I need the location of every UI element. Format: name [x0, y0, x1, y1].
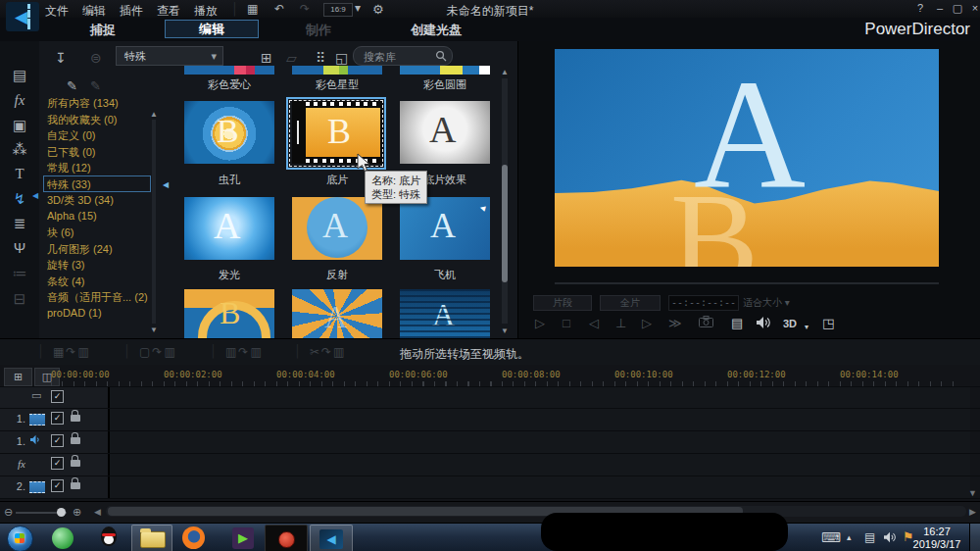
save-icon[interactable]: ▦	[247, 2, 258, 16]
copy-icon[interactable]: ▱	[286, 50, 297, 66]
ime-keyboard-icon[interactable]: ⌨	[821, 529, 841, 545]
play-button[interactable]: ▷	[535, 316, 545, 331]
pen-disabled-icon[interactable]: ✎	[90, 78, 101, 93]
title-room-icon[interactable]: T	[0, 166, 39, 182]
import-media-icon[interactable]: ↧	[55, 50, 67, 66]
display-size-icon[interactable]: ◱	[335, 50, 348, 66]
transition-thumb-color-heart[interactable]	[184, 66, 274, 75]
show-desktop-button[interactable]	[969, 524, 980, 551]
category-block[interactable]: 块 (6)	[47, 225, 149, 240]
category-scrollbar[interactable]	[152, 120, 156, 324]
gear-icon[interactable]: ⚙	[372, 2, 384, 17]
category-custom[interactable]: 自定义 (0)	[47, 128, 149, 143]
grid-scrollbar[interactable]	[502, 78, 508, 324]
previous-frame-button[interactable]: ◁	[589, 316, 599, 331]
subtitle-room-icon[interactable]: ⊟	[0, 290, 39, 308]
action-center-icon[interactable]: ▤	[864, 530, 875, 544]
video-track-1-checkbox[interactable]: ✓	[51, 412, 64, 425]
powerdirector-taskbar-button[interactable]: ◀	[310, 525, 353, 551]
grid-scrollbar-thumb[interactable]	[502, 165, 508, 282]
transition-thumb-negative-effect[interactable]: A	[400, 101, 490, 164]
transition-thumb-wormhole[interactable]: B	[184, 101, 274, 164]
stop-button[interactable]: □	[563, 316, 570, 331]
pip-room-icon[interactable]: ▣	[0, 117, 39, 134]
video-track-1-lock-icon[interactable]	[71, 415, 80, 422]
aspect-ratio-button[interactable]: 16:9	[323, 3, 353, 17]
category-all[interactable]: 所有内容 (134)	[47, 96, 149, 111]
transition-thumb-color-star[interactable]	[292, 66, 382, 75]
firefox-icon[interactable]	[182, 526, 205, 549]
clip-mode-button[interactable]: 片段	[533, 295, 592, 311]
timeline-scroll-down-icon[interactable]: ▼	[968, 488, 977, 498]
movie-mode-button[interactable]: 全片	[600, 295, 661, 311]
category-favorites[interactable]: 我的收藏夹 (0)	[47, 113, 149, 127]
zoom-out-icon[interactable]: ⊖	[4, 506, 13, 519]
monitor-track-checkbox[interactable]: ✓	[51, 390, 64, 403]
redo-icon[interactable]: ↷	[300, 2, 310, 16]
snapshot-camera-icon[interactable]	[699, 316, 713, 327]
preview-seek-bar[interactable]	[555, 282, 939, 284]
transition-thumb-reflection[interactable]: A	[292, 197, 382, 260]
category-scroll-up-icon[interactable]: ▲	[150, 110, 158, 119]
scroll-left-icon[interactable]: ◀	[94, 507, 101, 517]
video-track-2-lock-icon[interactable]	[71, 482, 80, 489]
category-stripe[interactable]: 条纹 (4)	[47, 275, 149, 289]
transition-thumb-airplane[interactable]: A ◄	[400, 197, 490, 260]
next-frame-button[interactable]: ▷	[642, 316, 652, 331]
category-filter-dropdown[interactable]: 特殊 ▾	[116, 46, 223, 66]
transition-thumb-color-circle[interactable]	[400, 66, 490, 75]
file-explorer-button[interactable]	[131, 525, 172, 551]
3d-caret-icon[interactable]: ▾	[805, 320, 808, 335]
category-downloaded[interactable]: 已下载 (0)	[47, 145, 149, 160]
close-button[interactable]: ×	[968, 2, 980, 14]
apply-transition-button-3[interactable]: ▥↷▥	[225, 345, 264, 359]
help-button[interactable]: ?	[913, 2, 927, 14]
video-track-2-checkbox[interactable]: ✓	[51, 479, 64, 492]
speaker-icon[interactable]	[756, 316, 771, 329]
restore-button[interactable]: ▢	[951, 2, 964, 15]
new-folder-icon[interactable]: ⊞	[261, 50, 272, 66]
fast-forward-button[interactable]: ≫	[668, 316, 682, 331]
fit-size-dropdown[interactable]: 适合大小 ▾	[743, 295, 790, 311]
zoom-in-icon[interactable]: ⊕	[73, 506, 81, 519]
category-alpha[interactable]: Alpha (15)	[47, 210, 149, 222]
category-audio[interactable]: 音频（适用于音... (2)	[47, 290, 149, 305]
collapse-panel-icon[interactable]: ◀	[163, 180, 169, 189]
track-manager-button[interactable]: ⊞	[4, 368, 32, 386]
timecode-display[interactable]: --:--:--:--	[668, 295, 739, 311]
voiceover-room-icon[interactable]: Ψ	[0, 239, 39, 256]
timeline-zoom-knob[interactable]	[57, 508, 66, 517]
grid-view-icon[interactable]: ⠿	[316, 50, 325, 66]
category-prodad[interactable]: proDAD (1)	[47, 307, 149, 319]
tab-capture[interactable]: 捕捉	[69, 22, 137, 39]
pen-icon[interactable]: ✎	[67, 78, 77, 93]
3d-mode-button[interactable]: 3D	[783, 316, 797, 331]
category-geometric[interactable]: 几何图形 (24)	[47, 242, 149, 257]
grid-scroll-up-icon[interactable]: ▲	[501, 68, 509, 76]
media-room-icon[interactable]: ▤	[0, 67, 39, 84]
volume-icon[interactable]	[883, 531, 897, 543]
category-general[interactable]: 常规 (12)	[47, 161, 149, 175]
browser-360-icon[interactable]	[52, 527, 74, 549]
transition-thumb-glow[interactable]: A	[184, 197, 274, 260]
category-special[interactable]: 特殊 (33)	[47, 177, 149, 192]
qq-icon[interactable]	[100, 526, 118, 549]
start-button[interactable]	[7, 526, 33, 551]
library-search-box[interactable]	[353, 46, 453, 66]
category-3d[interactable]: 3D/类 3D (34)	[47, 193, 149, 208]
grid-scroll-down-icon[interactable]: ▼	[501, 326, 509, 335]
tab-produce[interactable]: 制作	[289, 22, 348, 39]
timeline-track-area[interactable]	[110, 386, 970, 498]
seek-marker-button[interactable]: ⊥	[615, 316, 626, 331]
undock-preview-button[interactable]: ◳	[822, 316, 834, 331]
preview-quality-button[interactable]: ▤	[731, 316, 743, 331]
fx-track-checkbox[interactable]: ✓	[51, 457, 64, 470]
apply-transition-button-1[interactable]: ▦↷▥	[53, 345, 91, 359]
tab-create-disc[interactable]: 创建光盘	[397, 22, 475, 39]
scroll-right-icon[interactable]: ▶	[969, 507, 976, 517]
audio-track-1-checkbox[interactable]: ✓	[51, 434, 64, 447]
fx-track-lock-icon[interactable]	[71, 460, 80, 467]
transition-thumb-ripple[interactable]: A	[400, 289, 490, 338]
audio-track-1-lock-icon[interactable]	[71, 437, 80, 444]
transition-thumb-rays[interactable]: A	[292, 289, 382, 338]
